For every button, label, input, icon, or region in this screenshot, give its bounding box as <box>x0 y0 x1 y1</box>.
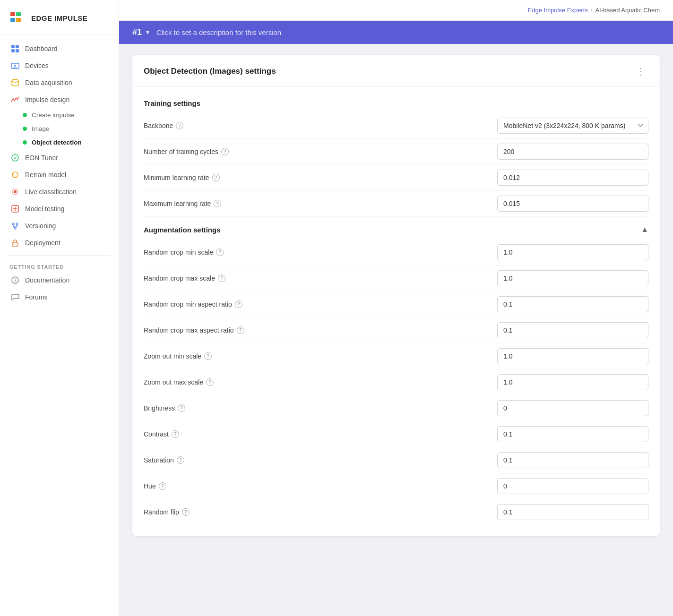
sidebar-item-eon-tuner[interactable]: EON Tuner <box>0 149 119 166</box>
version-badge[interactable]: #1 ▼ <box>132 27 151 37</box>
crop-min-aspect-help-icon[interactable]: ? <box>235 300 242 308</box>
contrast-field[interactable] <box>497 426 648 442</box>
create-impulse-dot <box>23 113 27 117</box>
zoom-min-scale-help-icon[interactable]: ? <box>204 352 212 360</box>
svg-point-17 <box>16 223 18 225</box>
card-menu-icon[interactable]: ⋮ <box>633 65 648 78</box>
sidebar-nav: Dashboard Devices Data acquisition Impul… <box>0 34 119 616</box>
sidebar-item-label-forums: Forums <box>25 293 47 301</box>
random-flip-input <box>497 504 648 520</box>
backbone-label: Backbone ? <box>144 122 490 129</box>
sidebar-item-versioning[interactable]: Versioning <box>0 217 119 234</box>
training-cycles-row: Number of training cycles ? <box>144 139 648 165</box>
edge-impulse-logo-icon <box>9 9 26 26</box>
crop-max-scale-help-icon[interactable]: ? <box>218 274 225 282</box>
retrain-icon <box>11 171 19 179</box>
sidebar-item-forums[interactable]: Forums <box>0 289 119 306</box>
contrast-help-icon[interactable]: ? <box>172 430 179 438</box>
svg-point-11 <box>12 79 18 82</box>
deployment-icon <box>11 239 19 247</box>
svg-point-13 <box>14 190 17 193</box>
sidebar-item-data-acquisition[interactable]: Data acquisition <box>0 74 119 91</box>
brightness-help-icon[interactable]: ? <box>178 404 185 412</box>
crop-min-aspect-field[interactable] <box>497 296 648 312</box>
zoom-max-scale-label: Zoom out max scale ? <box>144 378 490 386</box>
svg-rect-9 <box>13 68 17 68</box>
saturation-label: Saturation ? <box>144 456 490 464</box>
zoom-max-scale-help-icon[interactable]: ? <box>206 378 214 386</box>
version-description[interactable]: Click to set a description for this vers… <box>156 28 281 36</box>
sidebar-item-label-dashboard: Dashboard <box>25 45 58 52</box>
backbone-select[interactable]: MobileNet v2 (3x224x224, 800 K params)Mo… <box>497 118 648 134</box>
svg-point-18 <box>14 227 16 229</box>
devices-icon <box>11 61 19 70</box>
sidebar-item-documentation[interactable]: Documentation <box>0 272 119 289</box>
crop-min-scale-field[interactable] <box>497 244 648 260</box>
sidebar-item-live-classification[interactable]: Live classification <box>0 183 119 200</box>
sidebar-item-label-object-detection: Object detection <box>32 139 82 146</box>
contrast-row: Contrast ? <box>144 421 648 447</box>
backbone-row: Backbone ? MobileNet v2 (3x224x224, 800 … <box>144 113 648 139</box>
crop-max-aspect-field[interactable] <box>497 322 648 338</box>
sidebar-item-model-testing[interactable]: Model testing <box>0 200 119 217</box>
backbone-input: MobileNet v2 (3x224x224, 800 K params)Mo… <box>497 118 648 134</box>
training-cycles-field[interactable] <box>497 144 648 160</box>
sidebar-item-label-live: Live classification <box>25 188 77 196</box>
augmentation-collapse-icon[interactable]: ▲ <box>641 225 648 234</box>
sidebar-sub-nav: Create impulse Image Object detection <box>0 108 119 149</box>
sidebar-item-object-detection[interactable]: Object detection <box>0 136 119 149</box>
zoom-min-scale-input <box>497 348 648 364</box>
contrast-label: Contrast ? <box>144 430 490 438</box>
impulse-icon <box>11 95 19 104</box>
sidebar-item-label-image: Image <box>32 125 50 132</box>
zoom-max-scale-field[interactable] <box>497 374 648 390</box>
version-chevron-icon: ▼ <box>145 29 151 36</box>
contrast-input <box>497 426 648 442</box>
brightness-label: Brightness ? <box>144 404 490 412</box>
sidebar: EDGE IMPULSE Dashboard Devices Data acqu… <box>0 0 119 616</box>
crop-min-scale-help-icon[interactable]: ? <box>216 248 224 256</box>
zoom-min-scale-field[interactable] <box>497 348 648 364</box>
crop-min-aspect-row: Random crop min aspect ratio ? <box>144 291 648 317</box>
min-lr-field[interactable] <box>497 170 648 186</box>
svg-rect-0 <box>10 12 15 16</box>
sidebar-item-dashboard[interactable]: Dashboard <box>0 40 119 57</box>
min-lr-input <box>497 170 648 186</box>
breadcrumb-expert[interactable]: Edge Impulse Experts <box>528 7 588 14</box>
version-icon <box>11 222 19 230</box>
sidebar-item-label-documentation: Documentation <box>25 276 69 284</box>
random-flip-help-icon[interactable]: ? <box>182 508 190 516</box>
crop-min-scale-label: Random crop min scale ? <box>144 248 490 256</box>
sidebar-item-label-data: Data acquisition <box>25 79 72 86</box>
saturation-field[interactable] <box>497 452 648 468</box>
sidebar-divider <box>8 255 111 256</box>
random-flip-field[interactable] <box>497 504 648 520</box>
saturation-help-icon[interactable]: ? <box>177 456 184 464</box>
max-lr-field[interactable] <box>497 196 648 212</box>
crop-max-aspect-input <box>497 322 648 338</box>
sidebar-item-devices[interactable]: Devices <box>0 57 119 74</box>
sidebar-item-image[interactable]: Image <box>0 122 119 136</box>
training-cycles-label: Number of training cycles ? <box>144 148 490 155</box>
content-area: Object Detection (Images) settings ⋮ Tra… <box>119 44 673 616</box>
backbone-help-icon[interactable]: ? <box>176 122 183 129</box>
min-lr-help-icon[interactable]: ? <box>212 174 220 181</box>
training-cycles-help-icon[interactable]: ? <box>221 148 229 155</box>
sidebar-item-create-impulse[interactable]: Create impulse <box>0 108 119 122</box>
svg-point-16 <box>12 223 14 225</box>
crop-max-aspect-help-icon[interactable]: ? <box>237 326 244 334</box>
min-lr-row: Minimum learning rate ? <box>144 165 648 191</box>
training-cycles-input <box>497 144 648 160</box>
brightness-field[interactable] <box>497 400 648 416</box>
hue-help-icon[interactable]: ? <box>159 482 166 490</box>
max-lr-help-icon[interactable]: ? <box>214 200 221 207</box>
sidebar-item-deployment[interactable]: Deployment <box>0 234 119 251</box>
sidebar-item-retrain[interactable]: Retrain model <box>0 166 119 183</box>
getting-started-label: GETTING STARTED <box>0 259 119 272</box>
crop-max-scale-field[interactable] <box>497 270 648 286</box>
sidebar-item-impulse-design[interactable]: Impulse design <box>0 91 119 108</box>
svg-rect-2 <box>16 12 21 16</box>
hue-field[interactable] <box>497 478 648 494</box>
hue-input <box>497 478 648 494</box>
crop-max-scale-row: Random crop max scale ? <box>144 265 648 291</box>
